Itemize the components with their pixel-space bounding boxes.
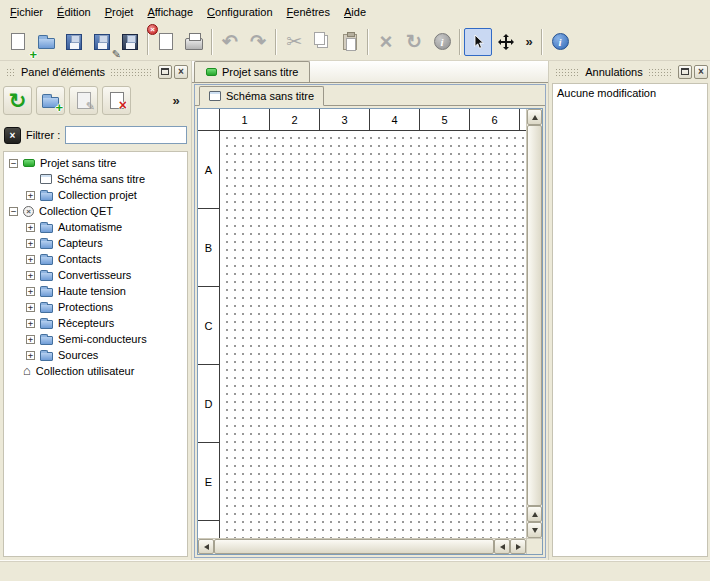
save-icon bbox=[66, 34, 82, 50]
expander-icon[interactable]: + bbox=[26, 239, 35, 248]
scroll-left-button-2[interactable] bbox=[494, 539, 510, 554]
scroll-up-button[interactable] bbox=[527, 109, 542, 125]
paste-button[interactable] bbox=[336, 28, 364, 56]
dock-close-button[interactable]: × bbox=[174, 65, 188, 79]
clear-filter-button[interactable]: × bbox=[4, 127, 21, 144]
expander-icon[interactable]: + bbox=[26, 223, 35, 232]
tree-item-collection-utilisateur[interactable]: ⌂ Collection utilisateur bbox=[4, 363, 187, 379]
pencil-badge-icon: ✎ bbox=[86, 101, 95, 112]
menu-aide[interactable]: Aide bbox=[337, 3, 373, 21]
print-button[interactable] bbox=[180, 28, 208, 56]
reload-collections-button[interactable]: ↻ bbox=[3, 86, 32, 115]
rotate-button[interactable]: ↻ bbox=[400, 28, 428, 56]
redo-button[interactable]: ↷ bbox=[244, 28, 272, 56]
panel-overflow-button[interactable]: » bbox=[168, 90, 184, 110]
menu-edition[interactable]: Édition bbox=[50, 3, 98, 21]
toolbar-separator bbox=[367, 29, 369, 55]
undo-dock-titlebar[interactable]: Annulations × bbox=[552, 64, 708, 79]
edit-element-button[interactable]: ✎ bbox=[69, 86, 98, 115]
toolbar-overflow-button[interactable]: » bbox=[520, 28, 538, 56]
menu-affichage[interactable]: Affichage bbox=[140, 3, 200, 21]
horizontal-scroll-thumb[interactable] bbox=[214, 539, 494, 554]
expander-icon[interactable]: + bbox=[26, 191, 35, 200]
project-subwindow: Schéma sans titre 1 2 3 4 5 6 bbox=[194, 84, 546, 558]
tree-item-schema[interactable]: Schéma sans titre bbox=[4, 171, 187, 187]
save-button[interactable] bbox=[60, 28, 88, 56]
schema-canvas[interactable] bbox=[220, 131, 526, 538]
expander-icon[interactable]: + bbox=[26, 335, 35, 344]
new-element-button[interactable]: + bbox=[36, 86, 65, 115]
expander-icon[interactable]: + bbox=[26, 303, 35, 312]
tree-item-recepteurs[interactable]: + Récepteurs bbox=[4, 315, 187, 331]
menu-fichier[interactable]: Fichier bbox=[3, 3, 50, 21]
toolbar-separator bbox=[211, 29, 213, 55]
dock-float-button[interactable] bbox=[678, 65, 692, 79]
element-info-button[interactable]: i bbox=[428, 28, 456, 56]
tree-item-collection-qet[interactable]: − × Collection QET bbox=[4, 203, 187, 219]
info-gray-icon: i bbox=[434, 33, 451, 50]
menu-projet[interactable]: Projet bbox=[98, 3, 141, 21]
column-label: 3 bbox=[320, 109, 370, 130]
qelectrotech-window: Fichier Édition Projet Affichage Configu… bbox=[0, 0, 710, 581]
tree-item-automatisme[interactable]: + Automatisme bbox=[4, 219, 187, 235]
folder-icon bbox=[40, 301, 53, 313]
tree-item-haute-tension[interactable]: + Haute tension bbox=[4, 283, 187, 299]
save-all-button[interactable] bbox=[116, 28, 144, 56]
vertical-scroll-thumb[interactable] bbox=[527, 125, 542, 506]
tree-item-contacts[interactable]: + Contacts bbox=[4, 251, 187, 267]
scroll-down-button[interactable] bbox=[527, 522, 542, 538]
cut-button[interactable]: ✂ bbox=[280, 28, 308, 56]
tree-item-sources[interactable]: + Sources bbox=[4, 347, 187, 363]
expander-icon[interactable]: + bbox=[26, 351, 35, 360]
tree-item-label: Semi-conducteurs bbox=[58, 333, 147, 345]
expander-icon[interactable]: + bbox=[26, 271, 35, 280]
open-file-button[interactable] bbox=[32, 28, 60, 56]
toolbar-separator bbox=[541, 29, 543, 55]
tree-item-collection-projet[interactable]: + Collection projet bbox=[4, 187, 187, 203]
save-all-icon bbox=[122, 34, 138, 50]
copy-button[interactable] bbox=[308, 28, 336, 56]
vertical-scrollbar bbox=[526, 109, 542, 538]
new-file-button[interactable]: + bbox=[4, 28, 32, 56]
elements-panel-titlebar[interactable]: Panel d'éléments × bbox=[3, 64, 188, 79]
menu-configuration[interactable]: Configuration bbox=[200, 3, 279, 21]
scroll-left-button[interactable] bbox=[198, 539, 214, 554]
close-file-button[interactable]: × bbox=[152, 28, 180, 56]
move-tool-button[interactable] bbox=[492, 28, 520, 56]
tree-item-label: Sources bbox=[58, 349, 98, 361]
dock-float-button[interactable] bbox=[158, 65, 172, 79]
tree-item-label: Collection projet bbox=[58, 189, 137, 201]
tree-item-project[interactable]: − Projet sans titre bbox=[4, 155, 187, 171]
menu-fenetres[interactable]: Fenêtres bbox=[280, 3, 337, 21]
filter-input[interactable] bbox=[65, 126, 187, 144]
tree-item-protections[interactable]: + Protections bbox=[4, 299, 187, 315]
delete-button[interactable]: × bbox=[372, 28, 400, 56]
row-label: B bbox=[198, 209, 219, 287]
undo-history-list[interactable]: Aucune modification bbox=[552, 83, 708, 557]
folder-icon bbox=[40, 237, 53, 249]
tab-schema[interactable]: Schéma sans titre bbox=[199, 86, 324, 106]
tree-item-capteurs[interactable]: + Capteurs bbox=[4, 235, 187, 251]
open-folder-icon bbox=[38, 38, 55, 49]
tab-project[interactable]: Projet sans titre bbox=[194, 61, 310, 82]
tree-item-convertisseurs[interactable]: + Convertisseurs bbox=[4, 267, 187, 283]
expander-icon[interactable]: + bbox=[26, 255, 35, 264]
select-tool-button[interactable] bbox=[464, 28, 492, 56]
save-as-button[interactable]: ✎ bbox=[88, 28, 116, 56]
expander-icon[interactable]: − bbox=[9, 207, 18, 216]
column-label: 5 bbox=[420, 109, 470, 130]
scroll-up-button-2[interactable] bbox=[527, 506, 542, 522]
tree-item-semi-conducteurs[interactable]: + Semi-conducteurs bbox=[4, 331, 187, 347]
undo-button[interactable]: ↶ bbox=[216, 28, 244, 56]
delete-element-button[interactable]: × bbox=[102, 86, 131, 115]
project-icon bbox=[206, 68, 217, 76]
tree-item-label: Automatisme bbox=[58, 221, 122, 233]
about-button[interactable]: i bbox=[546, 28, 574, 56]
expander-icon[interactable]: − bbox=[9, 159, 18, 168]
home-icon: ⌂ bbox=[23, 365, 31, 377]
elements-panel-dock: Panel d'éléments × ↻ + ✎ bbox=[0, 61, 192, 560]
expander-icon[interactable]: + bbox=[26, 287, 35, 296]
scroll-right-button[interactable] bbox=[510, 539, 526, 554]
dock-close-button[interactable]: × bbox=[694, 65, 708, 79]
expander-icon[interactable]: + bbox=[26, 319, 35, 328]
